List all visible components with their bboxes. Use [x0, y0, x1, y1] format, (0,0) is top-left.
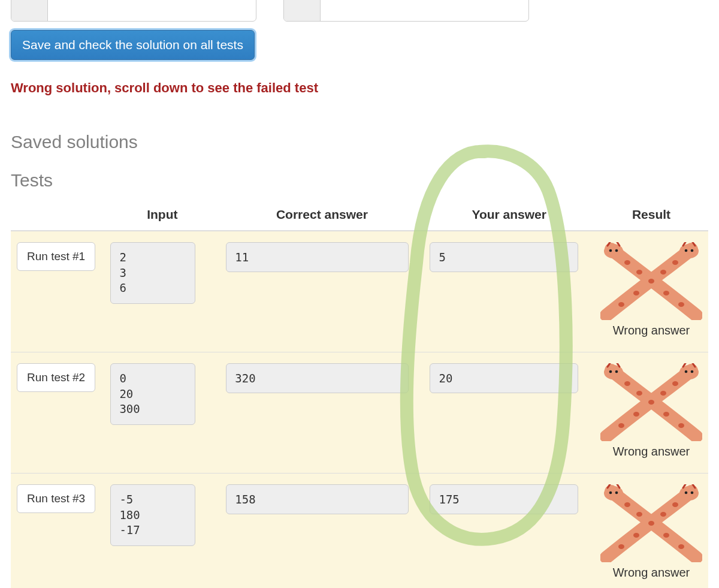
- svg-point-10: [678, 302, 684, 307]
- svg-point-42: [660, 512, 666, 517]
- svg-point-37: [636, 512, 642, 517]
- svg-point-2: [609, 249, 612, 252]
- svg-point-35: [691, 491, 694, 494]
- saved-solutions-heading: Saved solutions: [11, 132, 708, 152]
- wrong-answer-icon: [600, 363, 702, 441]
- input-value: 2 3 6: [110, 242, 195, 304]
- svg-point-27: [660, 391, 666, 396]
- col-your: Your answer: [424, 201, 594, 231]
- run-test-button[interactable]: Run test #1: [17, 242, 95, 271]
- correct-answer-value: 320: [226, 363, 409, 393]
- wrong-answer-icon: [600, 242, 702, 320]
- svg-point-12: [660, 270, 666, 275]
- error-message: Wrong solution, scroll down to see the f…: [11, 80, 708, 96]
- run-test-button[interactable]: Run test #2: [17, 363, 95, 392]
- svg-point-19: [685, 370, 688, 373]
- svg-point-11: [672, 260, 678, 265]
- correct-answer-value: 158: [226, 484, 409, 514]
- svg-point-36: [624, 502, 630, 507]
- svg-point-14: [618, 302, 624, 307]
- svg-point-39: [663, 533, 669, 538]
- result-label: Wrong answer: [600, 566, 702, 580]
- col-correct: Correct answer: [220, 201, 424, 231]
- svg-point-43: [633, 533, 639, 538]
- svg-point-29: [618, 423, 624, 428]
- code-input-left[interactable]: [11, 0, 256, 22]
- svg-point-5: [691, 249, 694, 252]
- correct-answer-value: 11: [226, 242, 409, 272]
- svg-point-40: [678, 544, 684, 549]
- result-label: Wrong answer: [600, 445, 702, 459]
- svg-point-9: [663, 291, 669, 295]
- svg-point-20: [691, 370, 694, 373]
- tests-table: Input Correct answer Your answer Result …: [11, 201, 708, 588]
- result-label: Wrong answer: [600, 324, 702, 337]
- svg-point-32: [609, 491, 612, 494]
- svg-point-34: [685, 491, 688, 494]
- input-value: -5 180 -17: [110, 484, 195, 546]
- svg-point-7: [636, 270, 642, 275]
- tests-heading: Tests: [11, 170, 708, 191]
- table-row: Run test #12 3 6115 Wrong answer: [11, 231, 708, 352]
- svg-point-13: [633, 291, 639, 295]
- table-row: Run test #3-5 180 -17158175 Wrong answer: [11, 474, 708, 589]
- svg-point-44: [618, 544, 624, 549]
- col-input: Input: [104, 201, 220, 231]
- svg-point-38: [648, 521, 654, 526]
- your-answer-value: 175: [430, 484, 578, 514]
- svg-point-23: [648, 400, 654, 405]
- svg-point-17: [609, 370, 612, 373]
- your-answer-value: 20: [430, 363, 578, 393]
- wrong-answer-icon: [600, 484, 702, 562]
- svg-point-8: [648, 279, 654, 284]
- run-test-button[interactable]: Run test #3: [17, 484, 95, 513]
- save-and-check-button[interactable]: Save and check the solution on all tests: [11, 30, 255, 60]
- input-value: 0 20 300: [110, 363, 195, 425]
- svg-point-4: [685, 249, 688, 252]
- code-input-row: [11, 0, 708, 22]
- svg-point-25: [678, 423, 684, 428]
- svg-point-33: [615, 491, 618, 494]
- table-row: Run test #20 20 30032020 Wrong answer: [11, 352, 708, 474]
- svg-point-24: [663, 412, 669, 417]
- code-input-left-gutter: [11, 0, 48, 21]
- svg-point-28: [633, 412, 639, 417]
- svg-point-18: [615, 370, 618, 373]
- svg-point-21: [624, 381, 630, 386]
- your-answer-value: 5: [430, 242, 578, 272]
- svg-point-41: [672, 502, 678, 507]
- svg-point-3: [615, 249, 618, 252]
- code-input-right-gutter: [284, 0, 321, 21]
- svg-point-6: [624, 260, 630, 265]
- tests-table-header-row: Input Correct answer Your answer Result: [11, 201, 708, 231]
- col-run: [11, 201, 104, 231]
- svg-point-22: [636, 391, 642, 396]
- col-result: Result: [594, 201, 708, 231]
- svg-point-26: [672, 381, 678, 386]
- code-input-right[interactable]: [283, 0, 529, 22]
